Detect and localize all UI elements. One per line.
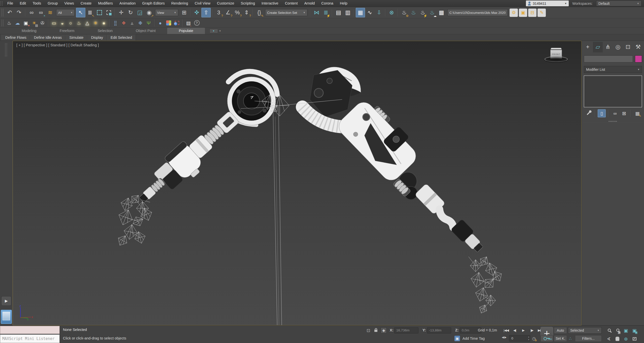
reference-coordinate-dropdown[interactable]: View▼ bbox=[155, 9, 178, 16]
menu-modifiers[interactable]: Modifiers bbox=[95, 0, 116, 7]
render-setup-button[interactable]: ♨⚙ bbox=[400, 8, 409, 17]
redo-button[interactable]: ↷ bbox=[14, 8, 24, 17]
menu-interactive[interactable]: Interactive bbox=[258, 0, 282, 7]
menu-corona[interactable]: Corona bbox=[318, 0, 337, 7]
toolbar-drag-handle[interactable] bbox=[2, 9, 4, 17]
select-and-rotate-button[interactable]: ↻ bbox=[126, 8, 135, 17]
maxscript-mini-listener[interactable]: MAXScript Mini Listener bbox=[0, 334, 60, 343]
frame-step-arrows-icon[interactable]: ◀▶ bbox=[502, 336, 507, 339]
zoom-all-button[interactable]: ▦ bbox=[614, 327, 621, 334]
menu-arnold[interactable]: Arnold bbox=[301, 0, 318, 7]
maximize-viewport-button[interactable] bbox=[631, 335, 638, 342]
named-selection-sets-dropdown[interactable]: Create Selection Set▼ bbox=[265, 9, 307, 16]
workspace-dropdown[interactable]: Default ▼ bbox=[596, 1, 641, 6]
create-tab-button[interactable]: + bbox=[583, 41, 593, 52]
ribbon-tab-freeform[interactable]: Freeform bbox=[48, 28, 86, 34]
key-selection-dropdown[interactable]: Selected ▼ bbox=[568, 327, 602, 334]
glow-teapot-button[interactable]: ♨ bbox=[75, 19, 83, 27]
ribbon-minimize-button[interactable]: ▼ bbox=[209, 29, 218, 33]
object-color-swatch[interactable] bbox=[635, 55, 642, 62]
field-of-view-button[interactable]: ∢ bbox=[605, 335, 612, 342]
isolate-selection-icon[interactable]: ⊡ bbox=[365, 327, 372, 334]
account-dropdown[interactable]: 3149411 ▼ bbox=[526, 1, 569, 6]
molecule-button[interactable]: ❖ bbox=[120, 19, 128, 27]
motion-tab-button[interactable]: ◎ bbox=[613, 41, 623, 52]
object-name-field[interactable] bbox=[584, 55, 633, 62]
material-preview-button[interactable]: ▣● bbox=[22, 19, 30, 27]
menu-content[interactable]: Content bbox=[282, 0, 301, 7]
window-crossing-selection-button[interactable] bbox=[104, 8, 113, 17]
current-frame-field[interactable]: 0 ▴▾ bbox=[509, 335, 530, 341]
sphere-light-button[interactable]: ○ bbox=[66, 19, 75, 27]
script-settings-button[interactable]: ⚙ bbox=[510, 9, 518, 17]
menu-views[interactable]: Views bbox=[61, 0, 77, 7]
select-by-name-button[interactable]: ≣↖ bbox=[85, 8, 95, 17]
toggle-layer-explorer-button[interactable]: ▥ bbox=[343, 8, 352, 17]
select-and-scale-button[interactable]: ◲ bbox=[135, 8, 145, 17]
perspective-viewport[interactable]: [ + ] [ Perspective ] [ Standard ] [ Def… bbox=[13, 41, 582, 325]
viewport-3d-scene[interactable] bbox=[13, 41, 581, 325]
rendered-frame-window-button[interactable]: ♨ bbox=[409, 8, 418, 17]
viewport-label[interactable]: [ + ] [ Perspective ] [ Standard ] [ Def… bbox=[16, 43, 99, 47]
dock-drag-handle[interactable] bbox=[5, 43, 7, 56]
go-to-start-button[interactable]: |◀◀ bbox=[502, 327, 510, 334]
menu-file[interactable]: File bbox=[4, 0, 16, 7]
pan-hand-button[interactable] bbox=[614, 335, 621, 342]
panel-divider-handle[interactable] bbox=[583, 121, 643, 122]
maxscript-listener-input[interactable] bbox=[0, 326, 60, 334]
sphere-selection-button[interactable] bbox=[173, 19, 181, 27]
previous-frame-button[interactable]: ◀| bbox=[511, 327, 519, 334]
mirror-button[interactable]: ⋈ bbox=[312, 8, 321, 17]
material-editor-button[interactable]: ⊗ bbox=[387, 8, 396, 17]
snaps-toggle-button[interactable]: 3? bbox=[214, 8, 223, 17]
orbit-button[interactable]: ⊚ bbox=[622, 335, 629, 342]
sun-light-button[interactable]: ☀ bbox=[91, 19, 100, 27]
ribbon-options-arrow-icon[interactable]: ▼ bbox=[219, 30, 221, 32]
help-button[interactable]: ? bbox=[193, 19, 201, 27]
select-and-manipulate-button[interactable]: ✜ bbox=[192, 8, 201, 17]
sphere-glow-button[interactable]: ● bbox=[100, 19, 108, 27]
configure-modifier-sets-button[interactable]: ▦✎ bbox=[633, 109, 641, 117]
script-folder-button[interactable]: ▣ bbox=[519, 9, 527, 17]
align-button[interactable]: ≣⚡ bbox=[321, 8, 331, 17]
menu-scripting[interactable]: Scripting bbox=[237, 0, 258, 7]
select-and-link-button[interactable]: ∞ bbox=[27, 8, 36, 17]
script-layout-button[interactable]: ⊟ bbox=[528, 9, 536, 17]
view-cube-top-face[interactable] bbox=[550, 48, 562, 49]
selection-lock-icon[interactable] bbox=[373, 327, 379, 333]
next-frame-button[interactable]: |▶ bbox=[528, 327, 536, 334]
bind-to-space-warp-button[interactable]: ≋ bbox=[46, 8, 55, 17]
spinner-snap-button[interactable]: ⇕? bbox=[242, 8, 251, 17]
menu-create[interactable]: Create bbox=[77, 0, 95, 7]
zoom-extents-all-button[interactable]: ▣▣ bbox=[631, 327, 638, 334]
import-list-button[interactable]: ▤← bbox=[184, 19, 193, 27]
add-time-tag[interactable]: ▣ Add Time Tag bbox=[454, 336, 485, 341]
dome-light-button[interactable]: ◒ bbox=[58, 19, 66, 27]
set-key-button[interactable]: Set K. bbox=[554, 335, 567, 342]
render-teapot-button[interactable]: ♨ bbox=[5, 19, 13, 27]
schematic-view-button[interactable]: ⇩ bbox=[374, 8, 384, 17]
play-animation-button[interactable]: ▶ bbox=[519, 327, 527, 334]
color-spheres-button[interactable] bbox=[164, 19, 173, 27]
ribbon-tab-modeling[interactable]: Modeling bbox=[10, 28, 48, 34]
render-gallery-button[interactable]: ▩ bbox=[437, 8, 446, 17]
auto-key-button[interactable]: Auto bbox=[554, 327, 567, 334]
modify-tab-button[interactable]: ▱ bbox=[593, 41, 603, 52]
zoom-button[interactable] bbox=[605, 327, 612, 334]
angle-snap-button[interactable]: ∠? bbox=[223, 8, 233, 17]
menu-animation[interactable]: Animation bbox=[116, 0, 139, 7]
unlink-selection-button[interactable]: ∞× bbox=[36, 8, 46, 17]
menu-graph-editors[interactable]: Graph Editors bbox=[139, 0, 168, 7]
toggle-scene-explorer-button[interactable]: ▤ bbox=[334, 8, 343, 17]
rock-button[interactable]: ❉ bbox=[136, 19, 145, 27]
ribbon-tab-object-paint[interactable]: Object Paint bbox=[124, 28, 167, 34]
menu-help[interactable]: Help bbox=[337, 0, 351, 7]
view-cube-front-face[interactable]: FRONT bbox=[550, 50, 562, 58]
menu-rendering[interactable]: Rendering bbox=[168, 0, 191, 7]
render-in-cloud-button[interactable]: ♨☁ bbox=[427, 8, 437, 17]
lattice-tower-button[interactable]: ▵ bbox=[128, 19, 136, 27]
point-cloud-button[interactable]: ⣿ bbox=[111, 19, 120, 27]
time-configuration-icon[interactable]: ◷⚙ bbox=[531, 335, 537, 342]
modifier-list-dropdown[interactable]: Modifier List ▼ bbox=[584, 66, 642, 73]
use-pivot-point-button[interactable]: ⊞ bbox=[180, 8, 189, 17]
